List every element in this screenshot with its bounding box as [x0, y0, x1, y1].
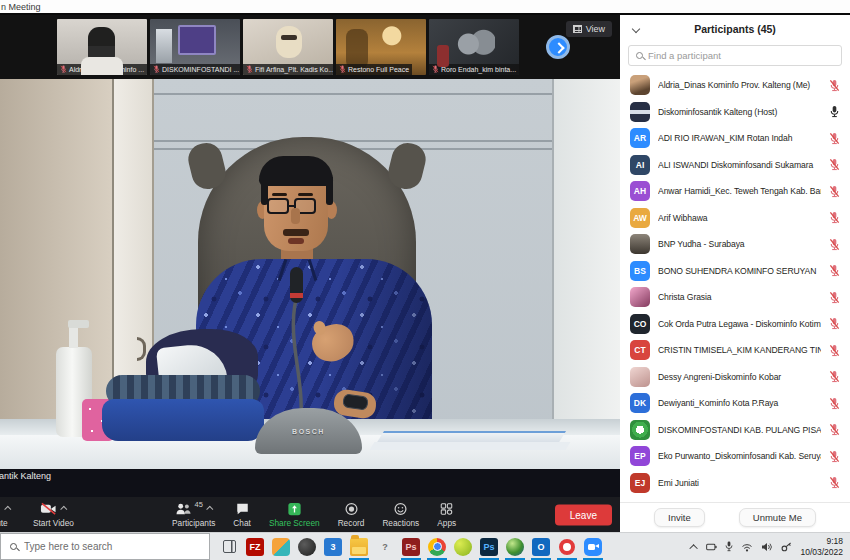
chevron-up-icon[interactable] — [690, 544, 698, 552]
window-title: n Meeting — [1, 2, 41, 12]
muted-mic-icon — [60, 65, 67, 74]
taskbar-clock[interactable]: 9:18 10/03/2022 — [800, 536, 843, 557]
participant-row[interactable]: COCok Orda Putra Legawa - Diskominfo Kot… — [620, 311, 850, 338]
video-thumbnails: Aldria_Dinas Kominfo ...DISKOMINFOSTANDI… — [57, 19, 519, 75]
key-icon[interactable] — [781, 542, 792, 552]
photoscape-button[interactable] — [502, 533, 528, 560]
participant-name: Dewiyanti_Kominfo Kota P.Raya — [658, 398, 821, 408]
zoom-button[interactable] — [580, 533, 606, 560]
participant-row[interactable]: EPEko Purwanto_Diskominfosandi Kab. Seru… — [620, 443, 850, 470]
apps-icon — [439, 502, 454, 516]
participant-name: Eko Purwanto_Diskominfosandi Kab. Seruya… — [658, 451, 821, 461]
participant-row[interactable]: Aldria_Dinas Kominfo Prov. Kalteng (Me) — [620, 72, 850, 99]
record-button[interactable]: Record — [338, 502, 365, 528]
participant-name: ADI RIO IRAWAN_KIM Rotan Indah — [658, 133, 821, 143]
right-wall-panel — [552, 79, 620, 431]
participant-row[interactable]: Dessy Angreni-Diskominfo Kobar — [620, 364, 850, 391]
participant-avatar — [630, 75, 650, 95]
mic-muted-icon — [829, 450, 840, 463]
file-explorer-button[interactable] — [346, 533, 372, 560]
participant-row[interactable]: Christa Grasia — [620, 284, 850, 311]
view-button[interactable]: View — [566, 21, 612, 37]
leave-button[interactable]: Leave — [555, 504, 612, 525]
video-thumbnail[interactable]: Aldria_Dinas Kominfo ... — [57, 19, 147, 75]
start-video-button[interactable]: Start Video — [33, 501, 74, 528]
participant-avatar — [630, 234, 650, 254]
participant-row[interactable]: CTCRISTIN TIMISELA_KIM KANDERANG TINGANG — [620, 337, 850, 364]
desk-shadow — [0, 469, 620, 497]
taskbar-search-input[interactable] — [24, 541, 200, 552]
video-thumbnail[interactable]: Fifi Arfina_Plt. Kadis Ko... — [243, 19, 333, 75]
participant-row[interactable]: DISKOMINFOSTANDI KAB. PULANG PISAU — [620, 417, 850, 444]
mute-menu-caret[interactable] — [4, 506, 11, 513]
thumbnail-name: Aldria_Dinas Kominfo ... — [69, 66, 144, 73]
participant-row[interactable]: DKDewiyanti_Kominfo Kota P.Raya — [620, 390, 850, 417]
sharex-button[interactable]: ? — [372, 533, 398, 560]
reactions-button[interactable]: Reactions — [382, 502, 419, 528]
volume-icon[interactable] — [761, 542, 773, 552]
battery-icon[interactable] — [706, 543, 717, 551]
participant-name: Arif Wibhawa — [658, 213, 821, 223]
app-3-icon: 3 — [324, 538, 342, 556]
taskbar-search[interactable] — [0, 533, 210, 560]
thumbnail-name-label: Restono Full Peace — [336, 64, 412, 75]
thumbnail-name-label: DISKOMINFOSTANDI ... — [150, 64, 240, 75]
participant-avatar: CT — [630, 340, 650, 360]
participant-search-input[interactable] — [648, 50, 834, 61]
chat-button[interactable]: Chat — [233, 502, 251, 528]
participant-row[interactable]: Diskominfosantik Kalteng (Host) — [620, 99, 850, 126]
participant-row[interactable]: BSBONO SUHENDRA KOMINFO SERUYAN — [620, 258, 850, 285]
meeting-main-area: Aldria_Dinas Kominfo ...DISKOMINFOSTANDI… — [0, 13, 620, 532]
participants-button[interactable]: 45 Participants — [172, 502, 215, 528]
share-screen-button[interactable]: Share Screen — [269, 502, 320, 528]
clock-date: 10/03/2022 — [800, 547, 843, 558]
mute-button[interactable]: Mute — [0, 501, 11, 528]
task-view-button[interactable] — [216, 533, 242, 560]
dark-app-button[interactable] — [294, 533, 320, 560]
participant-row[interactable]: AIALI ISWANDI Diskominfosandi Sukamara — [620, 152, 850, 179]
mic-muted-icon — [829, 317, 840, 330]
photoscape-icon — [506, 538, 524, 556]
media-app-button[interactable] — [268, 533, 294, 560]
photoshop-red-button[interactable]: Ps — [398, 533, 424, 560]
filezilla-button[interactable]: FZ — [242, 533, 268, 560]
participant-row[interactable]: AHAnwar Hamidi_Kec. Teweh Tengah Kab. Ba… — [620, 178, 850, 205]
invite-button[interactable]: Invite — [654, 508, 705, 527]
participants-title: Participants (45) — [694, 23, 776, 35]
participant-row[interactable]: BNP Yudha - Surabaya — [620, 231, 850, 258]
unmute-me-button[interactable]: Unmute Me — [739, 508, 816, 527]
muted-mic-icon — [432, 65, 439, 74]
mic-muted-icon — [829, 370, 840, 383]
participant-search[interactable] — [628, 45, 842, 66]
participant-row[interactable]: AWArif Wibhawa — [620, 205, 850, 232]
video-thumbnail[interactable]: Restono Full Peace — [336, 19, 426, 75]
green-app-button[interactable] — [450, 533, 476, 560]
next-videos-button[interactable] — [546, 35, 570, 59]
video-menu-caret[interactable] — [60, 506, 67, 513]
apps-button[interactable]: Apps — [437, 502, 456, 528]
photoshop-button[interactable]: Ps — [476, 533, 502, 560]
outlook-button[interactable]: O — [528, 533, 554, 560]
participant-avatar: AI — [630, 155, 650, 175]
network-icon[interactable] — [741, 542, 753, 552]
collapse-chevron-icon[interactable] — [632, 25, 640, 33]
app-3-button[interactable]: 3 — [320, 533, 346, 560]
participant-name: Cok Orda Putra Legawa - Diskominfo Kotim — [658, 319, 821, 329]
video-thumbnail[interactable]: Roro Endah_kim binta... — [429, 19, 519, 75]
participant-name: Christa Grasia — [658, 292, 821, 302]
file-explorer-icon — [350, 538, 368, 556]
participant-name: Anwar Hamidi_Kec. Teweh Tengah Kab. Bari… — [658, 186, 821, 196]
mic-muted-icon — [829, 79, 840, 92]
participant-avatar — [630, 367, 650, 387]
participant-row[interactable]: EJEmi Juniati — [620, 470, 850, 497]
participant-name: Diskominfosantik Kalteng (Host) — [658, 107, 821, 117]
photoshop-icon: Ps — [480, 538, 498, 556]
chrome-button[interactable] — [424, 533, 450, 560]
participant-row[interactable]: ARADI RIO IRAWAN_KIM Rotan Indah — [620, 125, 850, 152]
thumbnail-name: DISKOMINFOSTANDI ... — [162, 66, 239, 73]
video-thumbnail[interactable]: DISKOMINFOSTANDI ... — [150, 19, 240, 75]
mic-tray-icon[interactable] — [725, 541, 733, 552]
thumbnail-name: Fifi Arfina_Plt. Kadis Ko... — [255, 66, 333, 73]
participants-menu-caret[interactable] — [206, 506, 213, 513]
opera-button[interactable] — [554, 533, 580, 560]
